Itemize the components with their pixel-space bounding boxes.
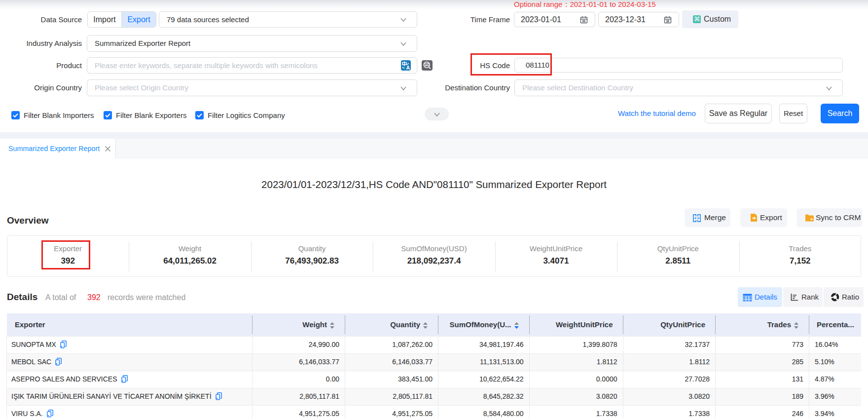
- svg-text:A: A: [406, 65, 410, 71]
